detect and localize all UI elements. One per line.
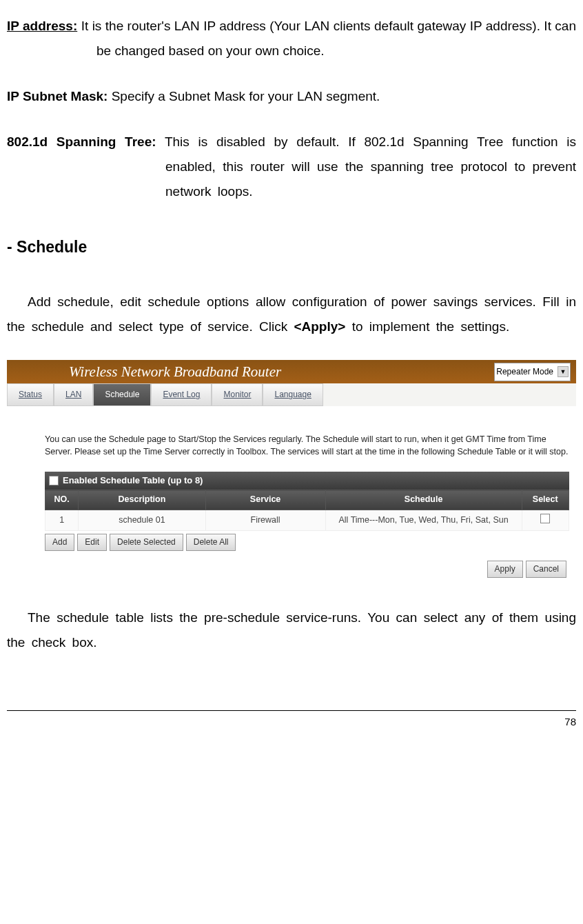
- delete-all-button[interactable]: Delete All: [186, 534, 236, 551]
- text-spanning: This is disabled by default. If 802.1d S…: [156, 134, 576, 199]
- page-number: 78: [564, 716, 576, 727]
- tab-eventlog[interactable]: Event Log: [151, 383, 212, 406]
- table-header-row: NO. Description Service Schedule Select: [45, 490, 569, 510]
- cell-select: [522, 510, 569, 531]
- tab-language[interactable]: Language: [263, 383, 323, 406]
- col-service: Service: [205, 490, 325, 510]
- col-no: NO.: [45, 490, 79, 510]
- schedule-table: NO. Description Service Schedule Select …: [45, 490, 569, 531]
- action-buttons-right: Apply Cancel: [45, 561, 569, 578]
- cell-no: 1: [45, 510, 79, 531]
- router-screenshot: Wireless Network Broadband Router Repeat…: [7, 360, 576, 585]
- schedule-description: You can use the Schedule page to Start/S…: [45, 434, 569, 458]
- table-row: 1 schedule 01 Firewall All Time---Mon, T…: [45, 510, 569, 531]
- label-ip-address: IP address:: [7, 19, 77, 33]
- label-spanning: 802.1d Spanning Tree:: [7, 134, 156, 149]
- definition-spanning: 802.1d Spanning Tree: This is disabled b…: [7, 130, 576, 204]
- cell-service: Firewall: [205, 510, 325, 531]
- enable-schedule-bar: Enabled Schedule Table (up to 8): [45, 472, 569, 490]
- col-schedule: Schedule: [325, 490, 522, 510]
- tab-monitor[interactable]: Monitor: [212, 383, 263, 406]
- enable-checkbox[interactable]: [49, 476, 59, 485]
- mode-value: Repeater Mode: [496, 364, 553, 380]
- cell-schedule: All Time---Mon, Tue, Wed, Thu, Fri, Sat,…: [325, 510, 522, 531]
- router-title-bar: Wireless Network Broadband Router Repeat…: [7, 360, 576, 383]
- text-ip-address: It is the router's LAN IP address (Your …: [77, 19, 576, 58]
- col-description: Description: [79, 490, 205, 510]
- tab-schedule[interactable]: Schedule: [93, 383, 151, 406]
- tab-status[interactable]: Status: [7, 383, 54, 406]
- cancel-button[interactable]: Cancel: [526, 561, 566, 578]
- router-title: Wireless Network Broadband Router: [69, 359, 281, 386]
- intro-bold: <Apply>: [294, 319, 345, 334]
- col-select: Select: [522, 490, 569, 510]
- label-subnet: IP Subnet Mask:: [7, 89, 108, 103]
- mode-select[interactable]: Repeater Mode ▼: [494, 363, 571, 381]
- enable-label: Enabled Schedule Table (up to 8): [63, 474, 203, 487]
- intro-post: to implement the settings.: [345, 319, 509, 334]
- definition-ip-address: IP address: It is the router's LAN IP ad…: [7, 14, 576, 63]
- page-footer: 78: [7, 710, 576, 732]
- delete-selected-button[interactable]: Delete Selected: [110, 534, 183, 551]
- edit-button[interactable]: Edit: [77, 534, 107, 551]
- chevron-down-icon: ▼: [558, 366, 569, 377]
- row-select-checkbox[interactable]: [540, 514, 550, 523]
- definition-subnet: IP Subnet Mask: Specify a Subnet Mask fo…: [7, 84, 576, 109]
- tab-lan[interactable]: LAN: [54, 383, 93, 406]
- outro-paragraph: The schedule table lists the pre-schedul…: [7, 605, 576, 655]
- apply-button[interactable]: Apply: [487, 561, 523, 578]
- cell-description: schedule 01: [79, 510, 205, 531]
- add-button[interactable]: Add: [45, 534, 74, 551]
- intro-paragraph: Add schedule, edit schedule options allo…: [7, 290, 576, 339]
- content-area: You can use the Schedule page to Start/S…: [7, 406, 576, 585]
- section-heading-schedule: - Schedule: [7, 232, 576, 263]
- text-subnet: Specify a Subnet Mask for your LAN segme…: [108, 89, 380, 103]
- nav-tabs: Status LAN Schedule Event Log Monitor La…: [7, 383, 576, 406]
- action-buttons-left: Add Edit Delete Selected Delete All: [45, 534, 569, 551]
